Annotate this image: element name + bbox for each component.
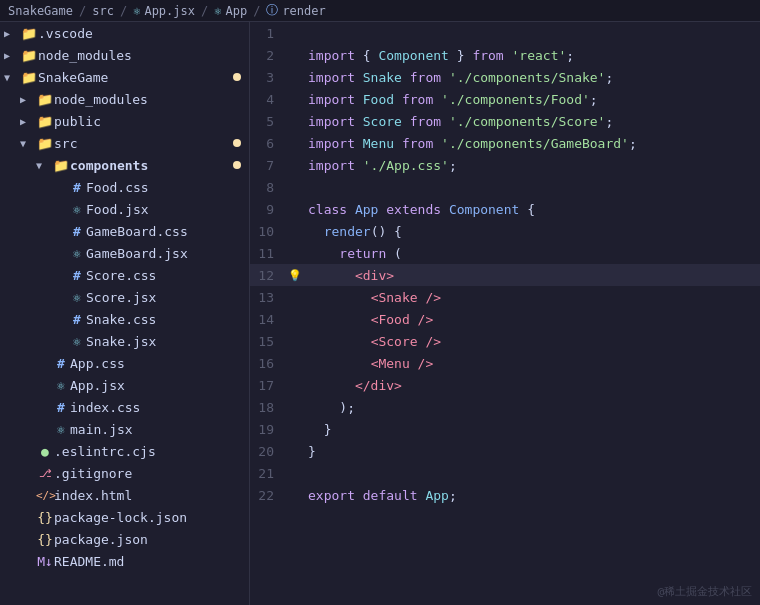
title-bar: SnakeGame / src / ⚛ App.jsx / ⚛ App / ⓘ … bbox=[0, 0, 760, 22]
item-label: src bbox=[54, 136, 229, 151]
sidebar-item-gameboard-jsx[interactable]: ⚛ GameBoard.jsx bbox=[0, 242, 249, 264]
line-number: 5 bbox=[250, 114, 286, 129]
sidebar-item-food-css[interactable]: # Food.css bbox=[0, 176, 249, 198]
css-icon: # bbox=[68, 268, 86, 283]
sidebar-item-app-css[interactable]: # App.css bbox=[0, 352, 249, 374]
arrow-icon: ▼ bbox=[4, 72, 20, 83]
arrow-icon: ▼ bbox=[20, 138, 36, 149]
line-number: 8 bbox=[250, 180, 286, 195]
line-number: 13 bbox=[250, 290, 286, 305]
arrow-icon: ▶ bbox=[4, 28, 20, 39]
line-number: 15 bbox=[250, 334, 286, 349]
sidebar-item-pkg-json[interactable]: {} package.json bbox=[0, 528, 249, 550]
sidebar-item-main-jsx[interactable]: ⚛ main.jsx bbox=[0, 418, 249, 440]
main-layout: ▶ 📁 .vscode ▶ 📁 node_modules ▼ 📁 SnakeGa… bbox=[0, 22, 760, 605]
arrow-icon: ▶ bbox=[20, 94, 36, 105]
line-number: 10 bbox=[250, 224, 286, 239]
sidebar-item-food-jsx[interactable]: ⚛ Food.jsx bbox=[0, 198, 249, 220]
code-line-22: 22 export default App; bbox=[250, 484, 760, 506]
css-icon: # bbox=[68, 180, 86, 195]
sidebar-item-index-html[interactable]: </> index.html bbox=[0, 484, 249, 506]
breadcrumb-file: App.jsx bbox=[144, 4, 195, 18]
sidebar-item-pkg-lock[interactable]: {} package-lock.json bbox=[0, 506, 249, 528]
sep4: / bbox=[253, 4, 260, 18]
line-number: 19 bbox=[250, 422, 286, 437]
line-number: 9 bbox=[250, 202, 286, 217]
jsx-icon: ⚛ bbox=[52, 378, 70, 393]
item-label: Food.css bbox=[86, 180, 241, 195]
code-editor[interactable]: 1 2 import { Component } from 'react'; 3… bbox=[250, 22, 760, 605]
item-label: .eslintrc.cjs bbox=[54, 444, 241, 459]
modified-badge bbox=[233, 139, 241, 147]
breadcrumb-src: src bbox=[92, 4, 114, 18]
sep3: / bbox=[201, 4, 208, 18]
line-code: <Menu /> bbox=[304, 356, 433, 371]
code-content: 1 2 import { Component } from 'react'; 3… bbox=[250, 22, 760, 506]
line-code: </div> bbox=[304, 378, 402, 393]
sidebar-item-src[interactable]: ▼ 📁 src bbox=[0, 132, 249, 154]
sidebar-item-score-css[interactable]: # Score.css bbox=[0, 264, 249, 286]
line-code: <Score /> bbox=[304, 334, 441, 349]
watermark: @稀土掘金技术社区 bbox=[657, 584, 752, 599]
code-line-16: 16 <Menu /> bbox=[250, 352, 760, 374]
sidebar-item-gitignore[interactable]: ⎇ .gitignore bbox=[0, 462, 249, 484]
line-number: 6 bbox=[250, 136, 286, 151]
code-line-17: 17 </div> bbox=[250, 374, 760, 396]
item-label: README.md bbox=[54, 554, 241, 569]
sidebar-item-readme[interactable]: M↓ README.md bbox=[0, 550, 249, 572]
code-line-15: 15 <Score /> bbox=[250, 330, 760, 352]
sidebar-item-gameboard-css[interactable]: # GameBoard.css bbox=[0, 220, 249, 242]
sidebar-item-node-modules-sg[interactable]: ▶ 📁 node_modules bbox=[0, 88, 249, 110]
sidebar-item-node-modules-root[interactable]: ▶ 📁 node_modules bbox=[0, 44, 249, 66]
jsx-file-icon: ⚛ bbox=[133, 4, 140, 18]
line-number: 16 bbox=[250, 356, 286, 371]
sidebar-item-snake-jsx[interactable]: ⚛ Snake.jsx bbox=[0, 330, 249, 352]
line-code: <Snake /> bbox=[304, 290, 441, 305]
eslint-icon: ● bbox=[36, 444, 54, 459]
item-label: package.json bbox=[54, 532, 241, 547]
breadcrumb-project: SnakeGame bbox=[8, 4, 73, 18]
line-code: import { Component } from 'react'; bbox=[304, 48, 574, 63]
item-label: Snake.css bbox=[86, 312, 241, 327]
item-label: Score.css bbox=[86, 268, 241, 283]
breadcrumb: SnakeGame / src / ⚛ App.jsx / ⚛ App / ⓘ … bbox=[8, 2, 326, 19]
sidebar-item-snakegame[interactable]: ▼ 📁 SnakeGame bbox=[0, 66, 249, 88]
sidebar-item-app-jsx[interactable]: ⚛ App.jsx bbox=[0, 374, 249, 396]
item-label: Snake.jsx bbox=[86, 334, 241, 349]
line-code: return ( bbox=[304, 246, 402, 261]
sidebar-item-snake-css[interactable]: # Snake.css bbox=[0, 308, 249, 330]
sidebar-item-components[interactable]: ▼ 📁 components bbox=[0, 154, 249, 176]
item-label: node_modules bbox=[54, 92, 241, 107]
sidebar[interactable]: ▶ 📁 .vscode ▶ 📁 node_modules ▼ 📁 SnakeGa… bbox=[0, 22, 250, 605]
line-code: ); bbox=[304, 400, 355, 415]
line-number: 14 bbox=[250, 312, 286, 327]
line-code: <div> bbox=[304, 268, 394, 283]
sidebar-item-public[interactable]: ▶ 📁 public bbox=[0, 110, 249, 132]
bulb-icon: 💡 bbox=[288, 269, 302, 282]
item-label: App.css bbox=[70, 356, 241, 371]
css-icon: # bbox=[52, 356, 70, 371]
arrow-icon: ▶ bbox=[4, 50, 20, 61]
sidebar-item-index-css[interactable]: # index.css bbox=[0, 396, 249, 418]
code-line-3: 3 import Snake from './components/Snake'… bbox=[250, 66, 760, 88]
code-line-7: 7 import './App.css'; bbox=[250, 154, 760, 176]
sidebar-item-eslintrc[interactable]: ● .eslintrc.cjs bbox=[0, 440, 249, 462]
folder-icon: 📁 bbox=[36, 136, 54, 151]
item-label: package-lock.json bbox=[54, 510, 241, 525]
item-label: .vscode bbox=[38, 26, 241, 41]
code-line-20: 20 } bbox=[250, 440, 760, 462]
code-line-14: 14 <Food /> bbox=[250, 308, 760, 330]
item-label: components bbox=[70, 158, 229, 173]
sep2: / bbox=[120, 4, 127, 18]
line-code: <Food /> bbox=[304, 312, 433, 327]
css-icon: # bbox=[52, 400, 70, 415]
line-code: } bbox=[304, 444, 316, 459]
code-line-10: 10 render() { bbox=[250, 220, 760, 242]
item-label: .gitignore bbox=[54, 466, 241, 481]
line-code: } bbox=[304, 422, 331, 437]
folder-icon: 📁 bbox=[36, 92, 54, 107]
sidebar-item-vscode[interactable]: ▶ 📁 .vscode bbox=[0, 22, 249, 44]
sidebar-item-score-jsx[interactable]: ⚛ Score.jsx bbox=[0, 286, 249, 308]
folder-icon: 📁 bbox=[20, 26, 38, 41]
line-number: 17 bbox=[250, 378, 286, 393]
